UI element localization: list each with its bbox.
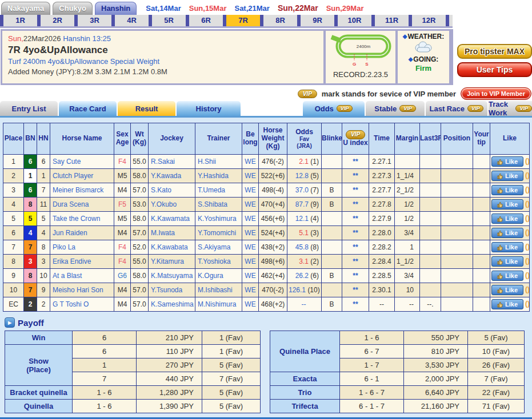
user-tips-button[interactable]: User Tips: [457, 62, 532, 77]
header-line: tip: [473, 139, 490, 147]
play-icon: ▶: [5, 317, 15, 328]
race-tab-7r[interactable]: 7R: [226, 15, 260, 26]
col-horse-weight: 470(+4): [259, 198, 287, 212]
race-info-boxes: Sun,22Mar2026 Hanshin 13:25 7R 4yo&UpAll…: [1, 29, 453, 85]
tab-result[interactable]: Result: [118, 101, 175, 116]
like-button-label: Like: [505, 272, 518, 279]
col-margin: --: [395, 297, 420, 312]
venue-tab-hanshin[interactable]: Hanshin: [95, 2, 137, 15]
race-tab-10r[interactable]: 10R: [338, 15, 371, 26]
tab-entry-list[interactable]: Entry List: [0, 101, 58, 116]
col-place: 4: [3, 198, 24, 212]
tab-stable[interactable]: StableVIP: [366, 101, 425, 116]
tab-label: Race Card: [69, 104, 106, 113]
like-button[interactable]: Like: [491, 242, 523, 252]
col-belong: WE: [242, 155, 259, 169]
like-button[interactable]: Like: [491, 171, 523, 181]
trainer-link[interactable]: H.Shii: [195, 155, 242, 169]
jockey-link[interactable]: Y.Kawada: [149, 169, 195, 183]
like-button[interactable]: Like: [491, 156, 523, 167]
col-your-tip: [473, 255, 490, 269]
col-last3f: [420, 255, 441, 269]
trainer-link[interactable]: M.Nishimura: [195, 297, 242, 312]
trainer-link[interactable]: Y.Hashida: [195, 169, 242, 183]
payoff-bet-type-line: Trio: [270, 388, 339, 397]
jockey-link[interactable]: Y.Okubo: [149, 198, 195, 212]
horse-name-link[interactable]: Erika Endive: [50, 255, 114, 269]
like-button[interactable]: Like: [491, 285, 523, 295]
date-link-sun-29mar[interactable]: Sun,29Mar: [326, 4, 364, 13]
col-last3f: [420, 212, 441, 226]
payoff-amount: 3,530 JPY: [404, 358, 468, 372]
like-button[interactable]: Like: [491, 271, 523, 281]
vip-note-text: mark stands for sevice of VIP member: [322, 90, 456, 98]
trainer-link[interactable]: K.Ogura: [195, 269, 242, 283]
col-horse-weight: 470(-2): [259, 283, 287, 297]
venue-tab-chukyo[interactable]: Chukyo: [53, 2, 93, 15]
jockey-link[interactable]: M.Iwata: [149, 226, 195, 240]
date-link-sat-21mar[interactable]: Sat,21Mar: [234, 4, 269, 13]
trainer-link[interactable]: T.Yoshioka: [195, 255, 242, 269]
trainer-link[interactable]: S.Akiyama: [195, 240, 242, 255]
horse-name-link[interactable]: Meiner Bismarck: [50, 183, 114, 198]
col-your-tip: [473, 212, 490, 226]
like-button[interactable]: Like: [491, 213, 523, 224]
tab-last-race[interactable]: Last RaceVIP: [426, 101, 487, 116]
header-line: BN: [24, 135, 37, 143]
horse-name-link[interactable]: Piko La: [50, 240, 114, 255]
horse-name-link[interactable]: Jun Raiden: [50, 226, 114, 240]
jockey-link[interactable]: K.Sameshima: [149, 297, 195, 312]
like-button[interactable]: Like: [491, 299, 523, 309]
trainer-link[interactable]: K.Yoshimura: [195, 212, 242, 226]
join-vip-button[interactable]: Join to VIP Member: [461, 87, 531, 100]
race-tab-4r[interactable]: 4R: [115, 15, 149, 26]
pro-tipster-max-button[interactable]: Pro tipster MAX: [457, 44, 532, 59]
jockey-link[interactable]: K.Kawamata: [149, 212, 195, 226]
venue-tab-nakayama[interactable]: Nakayama: [1, 2, 50, 15]
like-button[interactable]: Like: [491, 228, 523, 238]
tab-race-card[interactable]: Race Card: [59, 101, 117, 116]
horse-name-link[interactable]: At a Blast: [50, 269, 114, 283]
col-belong: WE: [242, 283, 259, 297]
trainer-link[interactable]: S.Shibata: [195, 198, 242, 212]
col-place: 1: [3, 155, 24, 169]
jockey-link[interactable]: Y.Kitamura: [149, 255, 195, 269]
date-link-sat-14mar[interactable]: Sat,14Mar: [146, 4, 181, 13]
jockey-link[interactable]: Y.Tsunoda: [149, 283, 195, 297]
tab-history[interactable]: History: [177, 101, 241, 116]
tab-track-work[interactable]: Track WorkVIP: [489, 101, 532, 116]
race-tab-2r[interactable]: 2R: [41, 15, 74, 26]
like-button[interactable]: Like: [491, 185, 523, 195]
jockey-link[interactable]: K.Kawabata: [149, 240, 195, 255]
race-tab-11r[interactable]: 11R: [375, 15, 409, 26]
jockey-link[interactable]: S.Kato: [149, 183, 195, 198]
race-tab-5r[interactable]: 5R: [152, 15, 186, 26]
race-tab-1r[interactable]: 1R: [3, 15, 37, 26]
horse-name-link[interactable]: Dura Scena: [50, 198, 114, 212]
jockey-link[interactable]: R.Sakai: [149, 155, 195, 169]
horse-name-link[interactable]: Clutch Player: [50, 169, 114, 183]
horse-name-link[interactable]: Say Cute: [50, 155, 114, 169]
payoff-row: Quinella1 - 61,390 JPY5 (Fav): [5, 400, 261, 413]
like-button[interactable]: Like: [491, 256, 523, 267]
col-bracket-number: 7: [24, 240, 37, 255]
col-belong: WE: [242, 226, 259, 240]
like-button[interactable]: Like: [491, 199, 523, 210]
race-tab-9r[interactable]: 9R: [301, 15, 334, 26]
race-tab-8r[interactable]: 8R: [263, 15, 297, 26]
horse-name-link[interactable]: Meisho Hari Son: [50, 283, 114, 297]
date-link-sun-22mar[interactable]: Sun,22Mar: [278, 3, 318, 13]
tab-odds[interactable]: OddsVIP: [303, 101, 365, 116]
like-button-label: Like: [505, 301, 518, 308]
trainer-link[interactable]: M.Ishibashi: [195, 283, 242, 297]
race-tab-6r[interactable]: 6R: [189, 15, 223, 26]
race-tab-3r[interactable]: 3R: [78, 15, 111, 26]
jockey-link[interactable]: K.Matsuyama: [149, 269, 195, 283]
date-link-sun-15mar[interactable]: Sun,15Mar: [189, 4, 227, 13]
horse-name-link[interactable]: Take the Crown: [50, 212, 114, 226]
horse-name-link[interactable]: G T Toshi O: [50, 297, 114, 312]
trainer-link[interactable]: Y.Tomomichi: [195, 226, 242, 240]
trainer-link[interactable]: T.Umeda: [195, 183, 242, 198]
col-u-index: **: [342, 240, 369, 255]
race-tab-12r[interactable]: 12R: [412, 15, 446, 26]
